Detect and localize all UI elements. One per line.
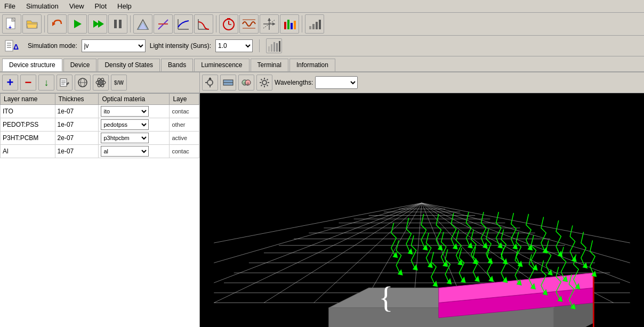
svg-point-71 xyxy=(262,80,267,85)
add-layer-button[interactable]: + xyxy=(2,75,18,91)
svg-rect-35 xyxy=(312,24,315,29)
svg-point-60 xyxy=(207,80,213,85)
cell-layer-name: PEDOT:PSS xyxy=(1,118,55,132)
plot3-button[interactable] xyxy=(174,14,193,34)
svg-text:Δ: Δ xyxy=(13,43,19,51)
table-row[interactable]: PEDOT:PSS 1e-07 pedotpss other xyxy=(1,118,199,132)
svg-line-77 xyxy=(267,85,268,86)
optical-button[interactable] xyxy=(75,75,91,91)
sep3 xyxy=(216,15,216,32)
undo-button[interactable] xyxy=(47,14,67,34)
cell-layer-type: contac xyxy=(170,145,199,158)
3d-visualization: { ITO xyxy=(200,93,644,327)
tab-bands[interactable]: Bands xyxy=(161,59,193,71)
results-button[interactable] xyxy=(266,38,282,53)
wave-button[interactable] xyxy=(239,14,259,34)
svg-line-76 xyxy=(261,79,262,80)
menu-simulation[interactable]: Simulation xyxy=(24,1,61,11)
cell-layer-name: ITO xyxy=(1,105,55,118)
optical-material-select[interactable]: p3htpcbm xyxy=(101,133,149,143)
rotate-button[interactable] xyxy=(202,75,218,91)
menu-help[interactable]: Help xyxy=(115,1,134,11)
svg-rect-34 xyxy=(309,26,311,29)
bar-button[interactable] xyxy=(280,14,299,34)
optical-material-select[interactable]: ito xyxy=(101,106,149,117)
main-content: + − ↓ xyxy=(0,72,644,327)
svg-rect-38 xyxy=(5,40,13,51)
menu-file[interactable]: File xyxy=(2,1,18,11)
svg-rect-37 xyxy=(319,20,321,29)
table-row[interactable]: P3HT:PCBM 2e-07 p3htpcbm active xyxy=(1,132,199,145)
wavelength-select[interactable] xyxy=(315,76,358,89)
main-toolbar: + xyxy=(0,13,644,36)
right-panel: n p Wavelengths: xyxy=(200,72,644,327)
cost-button[interactable]: $/W xyxy=(111,75,127,91)
svg-line-79 xyxy=(261,85,262,86)
viz-toolbar: n p Wavelengths: xyxy=(200,72,644,93)
sim-icon: Δ xyxy=(4,38,23,54)
open-button[interactable] xyxy=(22,14,42,34)
move-down-button[interactable]: ↓ xyxy=(38,75,54,91)
edit-button[interactable] xyxy=(57,75,73,91)
toolbar2-sep xyxy=(259,39,260,52)
svg-marker-5 xyxy=(74,20,82,28)
settings-button[interactable] xyxy=(256,75,272,91)
atom-button[interactable] xyxy=(93,75,109,91)
cell-layer-name: Al xyxy=(1,145,55,158)
timer-button[interactable] xyxy=(219,14,238,34)
svg-rect-43 xyxy=(268,46,270,52)
sep4 xyxy=(302,15,302,32)
sim-mode-label: Simulation mode: xyxy=(28,42,77,50)
run-button[interactable] xyxy=(68,14,87,34)
cell-optical-material[interactable]: ito xyxy=(99,105,170,118)
remove-layer-button[interactable]: − xyxy=(20,75,36,91)
svg-rect-9 xyxy=(119,20,122,28)
pause-button[interactable] xyxy=(108,14,127,34)
menu-view[interactable]: View xyxy=(67,1,86,11)
step-button[interactable] xyxy=(88,14,107,34)
new-button[interactable]: + xyxy=(2,14,21,34)
svg-rect-22 xyxy=(227,18,230,20)
flat-view-button[interactable] xyxy=(220,75,236,91)
col-layer-name: Layer name xyxy=(1,94,55,105)
svg-rect-31 xyxy=(287,20,289,29)
svg-rect-30 xyxy=(284,22,286,29)
svg-text:n: n xyxy=(244,81,246,86)
plot1-button[interactable] xyxy=(133,14,152,34)
left-panel: + − ↓ xyxy=(0,72,200,327)
optical-material-select[interactable]: al xyxy=(101,146,149,157)
svg-text:+: + xyxy=(9,24,12,30)
svg-marker-64 xyxy=(208,77,212,79)
chart-button[interactable] xyxy=(305,14,324,34)
wavelength-label: Wavelengths: xyxy=(275,79,313,86)
tab-density-of-states[interactable]: Density of States xyxy=(98,59,160,71)
menu-plot[interactable]: Plot xyxy=(93,1,109,11)
light-intensity-label: Light intensity (Suns): xyxy=(150,42,211,50)
tab-luminescence[interactable]: Luminescence xyxy=(194,59,249,71)
cell-thickness: 1e-07 xyxy=(55,105,99,118)
cell-optical-material[interactable]: pedotpss xyxy=(99,118,170,132)
svg-rect-47 xyxy=(279,41,280,52)
svg-line-78 xyxy=(267,79,268,80)
light-intensity-select[interactable]: 1.0 0.0 0.1 0.5 2.0 xyxy=(215,39,253,52)
svg-rect-8 xyxy=(114,20,117,28)
layer-table: Layer name Thicknes Optical materia Laye… xyxy=(0,93,199,158)
tab-device-structure[interactable]: Device structure xyxy=(2,59,62,71)
np-view-button[interactable]: n p xyxy=(238,75,254,91)
svg-text:p: p xyxy=(247,81,249,86)
tab-information[interactable]: Information xyxy=(289,59,335,71)
table-row[interactable]: Al 1e-07 al contac xyxy=(1,145,199,158)
tab-terminal[interactable]: Terminal xyxy=(251,59,288,71)
tab-device[interactable]: Device xyxy=(63,59,97,71)
plot2-button[interactable] xyxy=(154,14,173,34)
plot4-button[interactable] xyxy=(194,14,213,34)
axis-button[interactable] xyxy=(260,14,279,34)
cell-optical-material[interactable]: p3htpcbm xyxy=(99,132,170,145)
table-row[interactable]: ITO 1e-07 ito contac xyxy=(1,105,199,118)
cell-optical-material[interactable]: al xyxy=(99,145,170,158)
cell-layer-type: contac xyxy=(170,105,199,118)
svg-text:{: { xyxy=(379,281,393,314)
sim-mode-select[interactable]: jv eq transient xyxy=(82,39,146,52)
optical-material-select[interactable]: pedotpss xyxy=(101,119,149,130)
visualization-canvas[interactable]: { ITO xyxy=(200,93,644,327)
